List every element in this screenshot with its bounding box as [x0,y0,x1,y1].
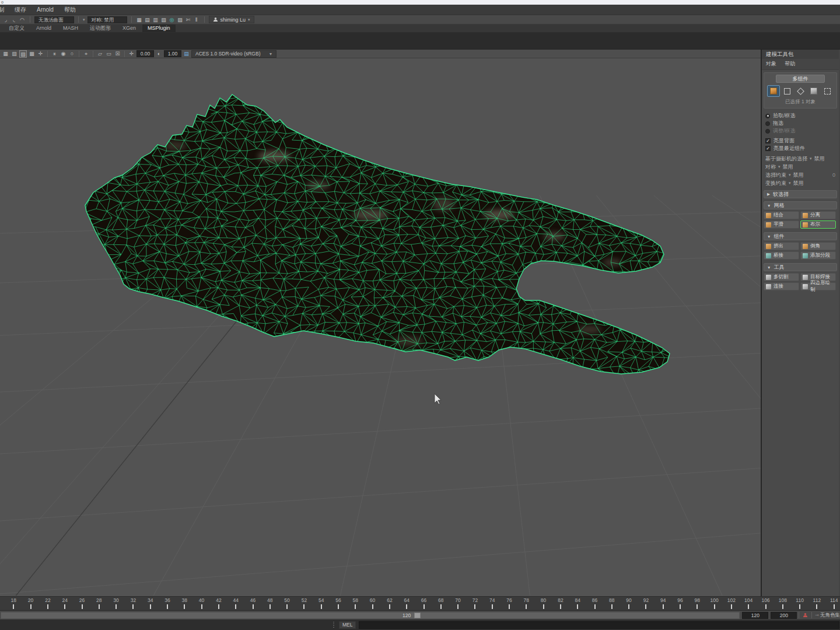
textured-display-icon[interactable]: ▨ [19,50,27,58]
range-slider-handle[interactable] [414,612,421,618]
toolkit-menu-object[interactable]: 对象 [766,60,776,68]
constraint-row-3[interactable]: 变换约束▾禁用 [765,179,835,187]
pause-icon[interactable]: ‖ [193,16,200,23]
menu-item-3[interactable]: 帮助 [64,6,76,14]
extrude-button[interactable]: 挤出 [764,242,799,250]
add-divisions-button[interactable]: 添加分段 [800,251,836,260]
bevel-button[interactable]: 倒角 [800,242,836,250]
divider [131,16,132,23]
tool-icon-group: ◞◟◠ [2,16,26,23]
combine-button[interactable]: 结合 [764,211,799,219]
snap-view-plane-icon[interactable]: ▨ [177,16,184,23]
face-mode-icon[interactable] [807,85,820,97]
os-titlebar: o [0,0,840,5]
multi-cut-button[interactable]: 多切割 [764,273,799,281]
exposure-icon[interactable]: ✛ [128,50,135,58]
shelf-tab-5[interactable]: MSPlugin [142,24,176,32]
scene-lighting-icon[interactable]: ◉ [60,50,67,58]
playback-start-field[interactable]: 120 [742,612,768,619]
toolkit-sections: ▼网格结合分离平滑布尔▼组件挤出倒角桥接添加分段▼工具多切割目标焊接连接四边形绘… [762,201,839,291]
use-all-lights-icon[interactable]: ▩ [28,50,36,58]
make-live-icon[interactable]: ◎ [169,16,176,23]
quad-draw-button[interactable]: 四边形绘制 [800,282,836,290]
shelf-content [0,33,840,50]
exposure-field[interactable]: 0.00 [136,50,154,57]
shaded-display-icon[interactable]: ▦ [2,50,9,58]
radio-icon [765,129,770,134]
chevron-down-icon[interactable]: ▾ [83,18,85,22]
bridge-button[interactable]: 桥接 [764,251,799,260]
menu-item-0[interactable]: 制 [0,6,4,14]
toolkit-menu-help[interactable]: 帮助 [785,60,795,68]
menu-item-1[interactable]: 缓存 [15,6,26,14]
section-header-1[interactable]: ▼组件 [764,232,837,240]
paint-select-tool-icon[interactable]: ◟ [10,16,18,23]
command-mode-toggle[interactable]: MEL [339,621,356,629]
pick-tool-icon[interactable]: ◠ [19,16,26,23]
separate-button[interactable]: 分离 [800,211,836,219]
constraint-row-1[interactable]: 对称▾禁用 [765,163,835,171]
color-managed-icon[interactable]: ▤ [183,50,190,58]
default-lighting-icon[interactable]: ⚹ [51,50,58,58]
selection-mode-0[interactable]: 拾取/框选 [765,112,835,120]
add-panel-icon[interactable]: ✛ [37,50,44,58]
shelf-tab-1[interactable]: Arnold [31,24,57,32]
smooth-button[interactable]: 平滑 [764,220,799,229]
range-slider-track[interactable]: 120 [1,612,740,619]
section-header-0[interactable]: ▼网格 [764,201,837,209]
cut-icon[interactable]: ✄ [185,16,192,23]
constraint-row-0[interactable]: 基于摄影机的选择▾禁用 [765,155,835,163]
multi-component-button[interactable]: 多组件 [776,75,825,83]
drag-handle[interactable] [332,621,335,628]
snap-grid-icon[interactable]: ▦ [136,16,143,23]
range-slider-row: 120 120 200 ⇾ 无角色集 [0,610,840,620]
shelf-tab-2[interactable]: MASH [58,24,83,32]
frame-label: 18 [11,597,16,603]
shelf-tab-4[interactable]: XGen [117,24,141,32]
chevron-down-icon: ▾ [789,181,791,186]
selection-highlighting-icon[interactable]: ⌖ [82,50,90,58]
connect-button[interactable]: 连接 [764,282,799,290]
constraint-row-2[interactable]: 选择约束▾禁用0 [765,171,835,179]
snap-point-icon[interactable]: ▥ [152,16,159,23]
live-surface-dropdown[interactable]: 无激活曲面 [34,16,74,23]
wireframe-on-shaded-icon[interactable]: ▧ [10,50,18,58]
divider [47,51,48,57]
viewport-canvas[interactable] [0,58,761,596]
selection-mode-2[interactable]: 调整/框选 [765,127,835,135]
field-chart-icon[interactable]: ▭ [105,50,113,58]
playback-end-field[interactable]: 200 [771,612,797,619]
selection-mode-1[interactable]: 拖选 [765,120,835,127]
highlight-option-1[interactable]: ✓亮显最近组件 [765,145,835,152]
user-account-chip[interactable]: shiming Lu ▾ [209,16,254,23]
section-header-2[interactable]: ▼工具 [764,263,837,271]
time-slider[interactable]: 1618202224262830323436384042444648505254… [0,596,840,610]
character-set-label[interactable]: 无角色集 [820,612,840,619]
view-transform-dropdown[interactable]: ACES 1.0 SDR-video (sRGB)▼ [191,50,276,58]
edge-mode-icon[interactable] [794,85,807,97]
isolate-select-icon[interactable]: ▱ [96,50,104,58]
shelf-tab-0[interactable]: 自定义 [4,24,30,32]
gamma-field[interactable]: 1.00 [164,50,181,57]
section-buttons-0: 结合分离平滑布尔 [762,211,839,229]
shelf-tab-3[interactable]: 运动图形 [85,24,116,32]
snap-projected-center-icon[interactable]: ▧ [160,16,167,23]
snap-curve-icon[interactable]: ▤ [144,16,151,23]
frame-label: 32 [131,597,136,603]
command-input[interactable] [359,621,839,629]
boolean-button[interactable]: 布尔 [800,220,836,229]
gamma-icon[interactable]: ◐ [155,50,163,58]
tool-button-label: 平滑 [774,221,783,228]
shadows-icon[interactable]: ○ [68,50,76,58]
uv-mode-icon[interactable] [821,85,834,97]
symmetry-dropdown[interactable]: 对称: 禁用 [88,16,127,23]
vertex-mode-icon[interactable] [780,85,793,97]
xray-display-icon[interactable]: ☒ [114,50,121,58]
character-set-icon[interactable] [803,612,808,618]
soft-select-header[interactable]: ▶ 软选择 [764,190,837,198]
highlight-option-0[interactable]: ✓亮显背面 [765,137,835,145]
frame-label: 72 [473,597,478,603]
menu-item-2[interactable]: Arnold [37,6,54,13]
lasso-tool-icon[interactable]: ◞ [2,16,9,23]
object-mode-icon[interactable] [767,85,780,97]
